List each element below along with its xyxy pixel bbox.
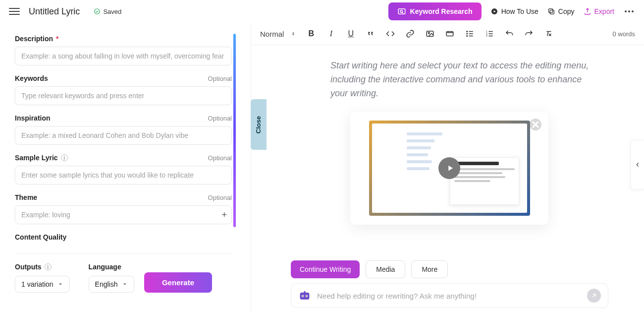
sample-label: Sample Lyrici [15,154,68,162]
copy-link[interactable]: Copy [547,7,575,15]
page-title: Untitled Lyric [29,6,80,17]
menu-icon[interactable] [9,6,20,17]
undo-icon[interactable] [505,29,514,38]
svg-point-7 [628,10,630,12]
description-label: Description* [15,35,58,43]
svg-point-0 [95,9,100,14]
editor-area[interactable]: Start writing here and select your text … [251,45,644,312]
keywords-input[interactable] [15,86,232,105]
divider [15,253,232,253]
copy-icon [547,7,555,15]
generate-button[interactable]: Generate [144,272,212,293]
svg-point-14 [467,35,468,37]
svg-point-8 [632,10,634,12]
video-tutorial-card [350,112,548,225]
outputs-select[interactable]: 1 variation [15,276,70,293]
info-icon[interactable]: i [45,263,52,270]
language-select[interactable]: English [89,276,134,293]
play-icon[interactable] [438,157,460,179]
svg-rect-15 [469,31,473,32]
bold-icon[interactable]: B [307,29,316,38]
plus-icon[interactable]: + [221,210,227,220]
svg-rect-24 [300,293,310,300]
keywords-label: Keywords [15,74,48,82]
inspiration-label: Inspiration [15,114,51,122]
clear-format-icon[interactable] [544,29,553,38]
research-icon [397,7,406,16]
chevron-down-icon [57,281,63,287]
svg-rect-11 [447,32,454,36]
inspiration-input[interactable] [15,126,232,145]
description-input[interactable] [15,47,232,65]
close-icon[interactable] [530,119,541,130]
how-to-use-link[interactable]: How To Use [490,7,538,15]
media-button[interactable]: Media [366,260,405,278]
svg-rect-29 [304,291,305,293]
svg-point-13 [467,33,468,35]
link-icon[interactable] [406,29,415,38]
more-button[interactable]: More [411,260,448,278]
continue-writing-button[interactable]: Continue Writing [291,260,360,278]
svg-point-12 [467,31,468,32]
theme-optional: Optional [208,194,232,201]
word-count: 0 words [612,30,635,38]
sample-optional: Optional [208,154,232,162]
editor-placeholder: Start writing here and select your text … [330,59,599,101]
svg-rect-1 [398,9,405,14]
video-thumbnail[interactable] [369,121,530,216]
export-icon [584,7,591,15]
underline-icon[interactable]: U [346,29,355,38]
svg-point-6 [625,10,627,12]
play-circle-icon [490,7,498,15]
chevron-left-icon [634,161,641,168]
bullet-list-icon[interactable] [465,29,474,38]
svg-point-28 [306,296,307,297]
svg-point-27 [302,296,303,297]
chat-bar [291,283,608,308]
chat-input[interactable] [317,292,581,300]
italic-icon[interactable]: I [326,29,335,38]
theme-label: Theme [15,193,37,201]
quote-icon[interactable] [366,29,375,38]
svg-text:3: 3 [486,35,488,37]
svg-rect-18 [489,31,493,32]
svg-rect-19 [489,33,493,34]
svg-rect-20 [489,36,493,37]
info-icon[interactable]: i [61,154,68,161]
chevron-down-icon [122,281,128,287]
svg-point-10 [429,32,430,34]
svg-rect-4 [550,10,554,14]
svg-rect-16 [469,33,473,34]
saved-status: Saved [94,8,121,15]
text-style-select[interactable]: Normal [260,30,296,38]
outputs-label: Outputsi [15,263,70,271]
redo-icon[interactable] [525,29,534,38]
bot-icon [298,290,311,301]
svg-rect-17 [469,36,473,37]
keywords-optional: Optional [208,75,232,82]
number-list-icon[interactable]: 123 [485,29,494,38]
select-arrows-icon [291,30,296,38]
svg-rect-5 [549,9,553,13]
keyword-research-button[interactable]: Keyword Research [388,2,482,20]
sample-input[interactable] [15,166,232,185]
image-icon[interactable] [426,29,434,38]
side-panel-toggle[interactable] [630,140,644,189]
video-icon[interactable] [445,29,454,38]
send-icon[interactable] [587,289,601,303]
svg-point-2 [400,10,403,13]
more-menu-icon[interactable] [623,5,635,17]
scrollbar[interactable] [233,34,236,227]
theme-input[interactable] [15,205,232,224]
content-quality-label: Content Quality [15,233,66,241]
check-circle-icon [94,8,101,15]
code-icon[interactable] [386,29,395,38]
close-tab[interactable]: Close [251,99,267,150]
language-label: Language [89,263,134,271]
inspiration-optional: Optional [208,115,232,122]
export-link[interactable]: Export [584,7,614,15]
